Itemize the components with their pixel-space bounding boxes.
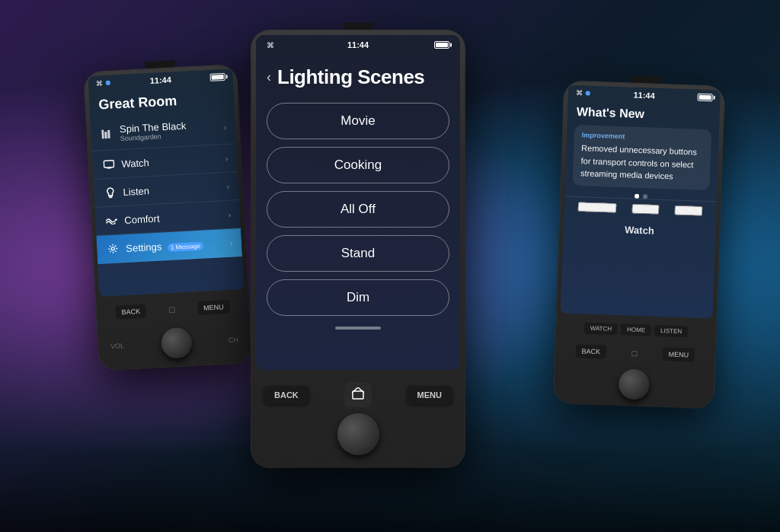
tv-icon bbox=[101, 158, 116, 172]
battery-icon-center bbox=[434, 41, 449, 49]
settings-badge: 1 Message bbox=[168, 241, 204, 251]
ch-label: CH bbox=[229, 336, 239, 344]
shortcut-aspect[interactable]: ASPECT bbox=[631, 203, 659, 214]
chevron-icon-listen: › bbox=[227, 182, 230, 190]
vol-label: VOL bbox=[110, 342, 125, 350]
chevron-icon: › bbox=[224, 123, 227, 132]
scene-btn-stand[interactable]: Stand bbox=[267, 235, 449, 272]
news-text: Removed unnecessary buttons for transpor… bbox=[580, 142, 704, 183]
scene-btn-dim[interactable]: Dim bbox=[267, 279, 449, 316]
dot-2 bbox=[642, 194, 647, 199]
center-dial[interactable] bbox=[337, 413, 379, 455]
tv-button-left[interactable]: □ bbox=[169, 304, 175, 315]
menu-item-watch-label: Watch bbox=[121, 152, 225, 169]
blue-dot-right bbox=[586, 91, 590, 95]
left-status-right bbox=[209, 73, 225, 81]
menu-button-center[interactable]: MENU bbox=[407, 386, 452, 404]
listen-button-right[interactable]: LISTEN bbox=[654, 325, 689, 338]
left-status-left: ⌘ bbox=[96, 79, 110, 88]
scene-btn-cooking[interactable]: Cooking bbox=[267, 147, 449, 183]
menu-button-left[interactable]: MENU bbox=[197, 300, 230, 315]
center-remote: ⌘ 11:44 ‹ Lighting Scenes Movie Cooking … bbox=[251, 23, 465, 467]
scene-btn-alloff[interactable]: All Off bbox=[267, 191, 449, 228]
svg-rect-3 bbox=[104, 161, 113, 168]
menu-button-right[interactable]: MENU bbox=[662, 347, 695, 362]
back-button-center[interactable]: BACK bbox=[264, 386, 309, 404]
battery-icon-right bbox=[697, 94, 712, 102]
back-chevron-icon[interactable]: ‹ bbox=[267, 69, 271, 85]
home-button-center[interactable] bbox=[344, 382, 372, 407]
center-remote-bottom: BACK MENU bbox=[251, 374, 465, 467]
svg-rect-9 bbox=[353, 391, 363, 399]
left-dial[interactable] bbox=[160, 327, 192, 359]
chevron-icon-watch: › bbox=[225, 154, 229, 162]
home-indicator bbox=[335, 327, 381, 330]
wifi-icon-center: ⌘ bbox=[267, 41, 274, 49]
svg-rect-0 bbox=[101, 129, 104, 139]
center-status-time: 11:44 bbox=[347, 40, 369, 49]
lighting-header: ‹ Lighting Scenes bbox=[256, 55, 460, 98]
shortcut-movie-time[interactable]: MOVIE TIME bbox=[577, 202, 616, 213]
menu-item-listen-label: Listen bbox=[123, 180, 227, 197]
center-remote-body: ⌘ 11:44 ‹ Lighting Scenes Movie Cooking … bbox=[251, 30, 465, 467]
scene-btn-movie[interactable]: Movie bbox=[267, 103, 449, 139]
svg-point-8 bbox=[111, 247, 114, 250]
menu-item-comfort-label: Comfort bbox=[124, 209, 229, 225]
center-status-right bbox=[434, 41, 449, 49]
chevron-icon-settings: › bbox=[229, 238, 232, 247]
svg-rect-1 bbox=[104, 132, 107, 139]
watch-text: Watch bbox=[625, 224, 654, 236]
lighting-title: Lighting Scenes bbox=[277, 65, 424, 89]
right-remote-body: ⌘ 11:44 What's New Improvement Removed u… bbox=[554, 81, 725, 408]
wifi-icon-right: ⌘ bbox=[576, 89, 583, 97]
center-remote-notch bbox=[343, 23, 373, 30]
right-remote-screen: ⌘ 11:44 What's New Improvement Removed u… bbox=[561, 85, 721, 319]
center-status-bar: ⌘ 11:44 bbox=[256, 35, 460, 55]
right-remote: ⌘ 11:44 What's New Improvement Removed u… bbox=[554, 73, 725, 408]
right-status-right bbox=[697, 94, 712, 102]
right-remote-main-buttons: BACK □ MENU bbox=[555, 337, 715, 368]
settings-icon bbox=[106, 241, 120, 256]
right-status-time: 11:44 bbox=[633, 91, 655, 100]
back-button-right[interactable]: BACK bbox=[575, 344, 606, 358]
home-button-right[interactable]: HOME bbox=[621, 323, 651, 336]
dot-1 bbox=[634, 193, 638, 198]
left-remote-screen: ⌘ 11:44 Great Room Spin The Black Soundg… bbox=[88, 68, 244, 297]
tv-button-right[interactable]: □ bbox=[631, 349, 637, 358]
right-dial[interactable] bbox=[619, 368, 650, 400]
wave-icon bbox=[104, 213, 119, 228]
left-remote: ⌘ 11:44 Great Room Spin The Black Soundg… bbox=[84, 57, 252, 371]
blue-dot bbox=[106, 81, 110, 85]
bars-icon bbox=[100, 126, 114, 141]
svg-rect-2 bbox=[107, 129, 110, 138]
news-tag: Improvement bbox=[582, 131, 704, 143]
scene-buttons-list: Movie Cooking All Off Stand Dim bbox=[256, 98, 460, 320]
battery-icon bbox=[209, 73, 225, 81]
watch-button-right[interactable]: WATCH bbox=[583, 323, 618, 336]
left-remote-body: ⌘ 11:44 Great Room Spin The Black Soundg… bbox=[84, 65, 251, 371]
wifi-icon: ⌘ bbox=[96, 79, 104, 87]
center-status-left: ⌘ bbox=[267, 41, 274, 49]
bulb-icon bbox=[103, 185, 117, 199]
center-remote-buttons: BACK MENU bbox=[264, 382, 452, 407]
news-card: Improvement Removed unnecessary buttons … bbox=[572, 125, 711, 190]
center-remote-screen: ⌘ 11:44 ‹ Lighting Scenes Movie Cooking … bbox=[256, 35, 460, 370]
right-status-left: ⌘ bbox=[576, 89, 590, 97]
shortcut-netflix[interactable]: NETFLIX bbox=[674, 205, 702, 215]
chevron-icon-comfort: › bbox=[229, 210, 232, 218]
menu-item-settings-label: Settings bbox=[126, 241, 162, 253]
back-button-left[interactable]: BACK bbox=[115, 304, 146, 320]
left-status-time: 11:44 bbox=[149, 75, 171, 85]
